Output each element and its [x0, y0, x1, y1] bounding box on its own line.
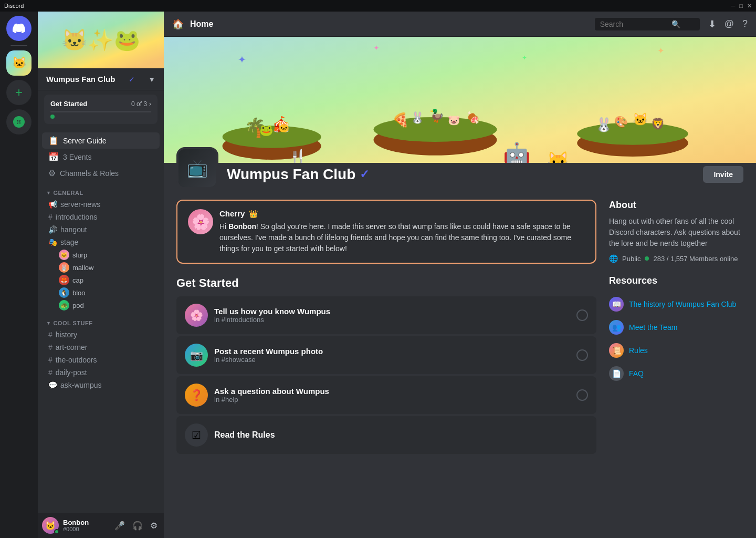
- task-check-2: [576, 349, 588, 361]
- about-description: Hang out with other fans of all the cool…: [609, 216, 743, 249]
- svg-text:🐰: 🐰: [411, 111, 425, 125]
- settings-button[interactable]: ⚙: [148, 519, 160, 533]
- svg-text:🎨: 🎨: [614, 115, 628, 129]
- server-icon-discord[interactable]: [6, 16, 32, 41]
- channel-daily-post[interactable]: # daily-post: [42, 366, 160, 379]
- svg-text:✦: ✦: [238, 54, 246, 65]
- sender-name: Cherry: [219, 209, 245, 218]
- section-collapse-cool-stuff[interactable]: ▼: [46, 320, 51, 326]
- search-input[interactable]: [600, 20, 668, 28]
- channel-server-news[interactable]: 📢 server-news: [42, 198, 160, 211]
- hash-icon-daily: #: [48, 368, 52, 377]
- close-button[interactable]: ✕: [747, 3, 752, 9]
- channel-sidebar: 🐱✨🐸 Wumpus Fan Club ✓ ▼ Get Started 0 of…: [38, 12, 164, 538]
- task-content-3: Ask a question about Wumpus in #help: [214, 387, 570, 404]
- sidebar-item-events[interactable]: 📅 3 Events: [42, 149, 160, 165]
- main-columns: 🌸 Cherry 👑 Hi Bonbon! So glad you're her…: [164, 200, 756, 479]
- channel-label-the-outdoors: the-outdoors: [56, 356, 97, 364]
- username-label: Bonbon: [63, 519, 108, 526]
- task-item-introductions[interactable]: 🌸 Tell us how you know Wumpus in #introd…: [176, 296, 596, 334]
- resource-label-team: Meet the Team: [629, 323, 677, 332]
- resources-title: Resources: [609, 275, 743, 286]
- titlebar: Discord ─ □ ✕: [0, 0, 756, 12]
- stage-icon: 🎭: [48, 238, 57, 246]
- user-controls: 🎤 🎧 ⚙: [112, 519, 160, 533]
- section-header-cool-stuff: ▼ COOL STUFF: [38, 312, 164, 328]
- task-avatar-3: ❓: [185, 384, 208, 407]
- search-box[interactable]: 🔍: [595, 18, 700, 30]
- section-header-general: ▼ GENERAL: [38, 181, 164, 198]
- add-server-button[interactable]: +: [6, 80, 32, 105]
- download-icon[interactable]: ⬇: [708, 18, 716, 30]
- resource-item-faq[interactable]: 📄 FAQ: [609, 362, 743, 385]
- resource-item-rules[interactable]: 📜 Rules: [609, 339, 743, 362]
- user-bar: 🐱 Bonbon #0000 🎤 🎧 ⚙: [38, 513, 164, 538]
- resource-item-history[interactable]: 📖 The history of Wumpus Fan Club: [609, 293, 743, 316]
- window-controls[interactable]: ─ □ ✕: [731, 3, 752, 9]
- message-text: Hi Bonbon! So glad you're here. I made t…: [219, 221, 585, 254]
- svg-text:🦁: 🦁: [651, 117, 665, 131]
- channel-ask-wumpus[interactable]: 💬 ask-wumpus: [42, 379, 160, 391]
- discover-servers-button[interactable]: ⊕: [6, 109, 32, 134]
- globe-icon: 🌐: [609, 254, 618, 263]
- sidebar-item-server-guide[interactable]: 📋 Server Guide: [42, 132, 160, 149]
- mention-icon[interactable]: @: [724, 18, 734, 29]
- voice-icon: 🔊: [48, 225, 57, 234]
- maximize-button[interactable]: □: [739, 3, 743, 9]
- resource-item-team[interactable]: 👥 Meet the Team: [609, 316, 743, 339]
- minimize-button[interactable]: ─: [731, 3, 736, 9]
- task-item-rules[interactable]: ☑ Read the Rules: [176, 416, 596, 454]
- get-started-bar[interactable]: Get Started 0 of 3 ›: [44, 95, 158, 124]
- task-title-2: Post a recent Wumpus photo: [214, 347, 570, 356]
- task-item-showcase[interactable]: 📷 Post a recent Wumpus photo in #showcas…: [176, 336, 596, 374]
- server-name-display: Wumpus Fan Club ✓: [227, 166, 369, 183]
- page-title: Home: [190, 19, 589, 29]
- task-sub-3: in #help: [214, 396, 570, 404]
- svg-text:🐰: 🐰: [596, 117, 613, 133]
- voice-user-bloo[interactable]: 🐧 bloo: [42, 286, 160, 299]
- help-icon[interactable]: ?: [742, 18, 748, 29]
- server-header[interactable]: Wumpus Fan Club ✓ ▼: [38, 68, 164, 90]
- svg-point-21: [577, 122, 688, 144]
- mute-button[interactable]: 🎤: [112, 519, 127, 533]
- channel-hangout[interactable]: 🔊 hangout: [42, 223, 160, 236]
- server-menu-chevron[interactable]: ▼: [148, 75, 155, 84]
- voice-user-pod[interactable]: 🐢 pod: [42, 299, 160, 312]
- svg-text:🐷: 🐷: [448, 114, 460, 126]
- get-started-count: 0 of 3: [131, 100, 147, 108]
- voice-user-slurp[interactable]: 🐱 slurp: [42, 249, 160, 261]
- svg-text:🍕: 🍕: [392, 112, 410, 128]
- content-scroll[interactable]: ✦ ✦ ✦ ✦ 🌴 🎪 🐸 🐱 🍕 🐰 🦆: [164, 37, 756, 538]
- channel-art-corner[interactable]: # art-corner: [42, 341, 160, 354]
- svg-text:🍖: 🍖: [466, 111, 480, 125]
- deafen-button[interactable]: 🎧: [130, 519, 145, 533]
- resource-icon-faq: 📄: [609, 366, 624, 381]
- channel-introductions[interactable]: # introductions: [42, 211, 160, 223]
- voice-user-mallow[interactable]: 🐰 mallow: [42, 261, 160, 274]
- resource-label-faq: FAQ: [629, 369, 644, 378]
- svg-text:🦆: 🦆: [429, 108, 445, 123]
- channel-stage[interactable]: 🎭 stage: [42, 236, 160, 249]
- resource-icon-history: 📖: [609, 297, 624, 312]
- section-collapse-general[interactable]: ▼: [46, 190, 51, 195]
- channel-label-hangout: hangout: [60, 225, 87, 234]
- topbar: 🏠 Home 🔍 ⬇ @ ?: [164, 12, 756, 37]
- app-title: Discord: [4, 3, 24, 9]
- home-icon: 🏠: [172, 18, 184, 30]
- server-icon-wumpus[interactable]: 🐱: [6, 50, 32, 76]
- server-title-row: Wumpus Fan Club ✓ Invite: [227, 166, 743, 183]
- channel-the-outdoors[interactable]: # the-outdoors: [42, 354, 160, 366]
- user-avatar: 🐱: [42, 517, 59, 534]
- sidebar-item-channels-roles[interactable]: ⚙ Channels & Roles: [42, 165, 160, 181]
- invite-button[interactable]: Invite: [703, 166, 743, 183]
- voice-user-avatar-slurp: 🐱: [59, 250, 69, 260]
- task-check-3: [576, 389, 588, 401]
- svg-text:✦: ✦: [374, 44, 380, 52]
- visibility-label: Public: [622, 255, 640, 263]
- task-item-help[interactable]: ❓ Ask a question about Wumpus in #help: [176, 376, 596, 414]
- voice-user-cap[interactable]: 🦊 cap: [42, 274, 160, 286]
- server-guide-icon: 📋: [48, 136, 59, 146]
- user-info: Bonbon #0000: [63, 519, 108, 532]
- channel-history[interactable]: # history: [42, 328, 160, 341]
- task-sub-1: in #introductions: [214, 316, 570, 324]
